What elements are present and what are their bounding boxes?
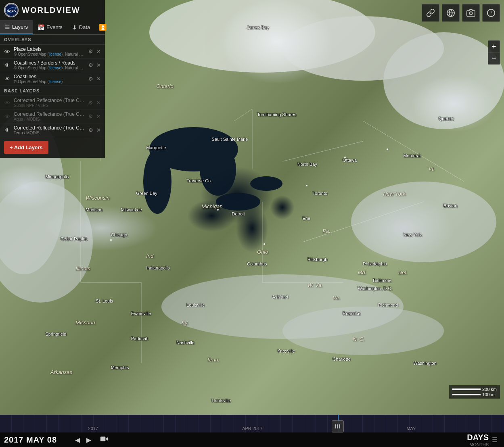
scale-bar-mi-visual [452,394,481,395]
layer-source-place-labels: © OpenStreetMap (license), Natural Earth [14,52,85,56]
layer-actions-coastlines-borders: ⚙ ✕ [88,61,102,69]
info-button[interactable] [482,4,500,22]
layer-source-aqua-modis: Aqua / MODIS [14,117,85,121]
layer-remove-coastlines[interactable]: ✕ [96,75,102,83]
svg-point-35 [469,12,472,15]
data-icon: ⬇ [72,24,77,31]
layer-remove-terra-modis[interactable]: ✕ [96,126,102,134]
svg-rect-39 [335,424,336,428]
svg-line-29 [234,109,252,121]
months-label: MONTHS [469,442,489,447]
layer-info-place-labels: Place Labels © OpenStreetMap (license), … [14,46,85,56]
tab-events-label: Events [46,24,63,30]
layer-settings-coastlines[interactable]: ⚙ [88,75,94,83]
zoom-out-button[interactable]: − [488,52,500,65]
svg-point-19 [0,182,93,303]
svg-point-21 [282,307,444,355]
share-link-button[interactable] [422,4,439,22]
svg-point-17 [351,182,496,262]
visibility-toggle-coastlines-borders[interactable]: 👁 [3,62,11,69]
layer-settings-aqua-modis[interactable]: ⚙ [88,113,94,120]
svg-marker-42 [105,437,108,441]
layer-remove-place-labels[interactable]: ✕ [96,48,102,55]
layer-info-coastlines: Coastlines © OpenStreetMap (license) [14,74,85,84]
snapshot-button[interactable] [462,4,480,22]
timeline-bar[interactable]: 2017 APR 2017 MAY [0,415,504,432]
svg-point-24 [306,185,307,186]
visibility-toggle-place-labels[interactable]: 👁 [3,48,11,55]
layer-settings-place-labels[interactable]: ⚙ [88,48,94,55]
layer-source-viirs: Suomi NPP / VIIRS [14,103,85,108]
scale-km-label: 200 km [482,387,497,392]
add-layers-button[interactable]: + Add Layers [4,141,48,154]
layer-settings-viirs[interactable]: ⚙ [88,99,94,107]
date-navigation: ◀ ▶ [73,435,94,445]
svg-point-1 [143,149,171,214]
layer-settings-coastlines-borders[interactable]: ⚙ [88,61,94,69]
timeline-track [0,415,504,432]
layer-actions-place-labels: ⚙ ✕ [88,48,102,55]
visibility-toggle-coastlines[interactable]: 👁 [3,76,11,82]
svg-point-4 [250,176,282,191]
layer-name-coastlines-borders: Coastlines / Borders / Roads [14,60,85,66]
svg-point-2 [200,143,236,196]
zoom-in-button[interactable]: + [488,40,500,52]
timeline-footer: 2017 MAY 08 ◀ ▶ DAYS MONTHS ☰ [0,432,504,447]
visibility-toggle-viirs[interactable]: 👁 [3,100,11,106]
layer-aqua-modis: 👁 Corrected Reflectance (True Color) Aqu… [0,110,105,123]
visibility-toggle-aqua-modis[interactable]: 👁 [3,113,11,120]
layer-remove-aqua-modis[interactable]: ✕ [96,113,102,120]
scale-bar: 200 km 100 mi [449,385,500,399]
base-layers-header: BASE LAYERS [0,86,105,96]
layer-name-coastlines: Coastlines [14,74,85,79]
timeline-menu-button[interactable]: ☰ [489,435,500,445]
map-projection-button[interactable] [442,4,460,22]
tab-layers[interactable]: ☰ Layers [0,20,33,34]
tab-data[interactable]: ⬇ Data [67,20,95,34]
nasa-logo: NASA [4,3,19,17]
layer-settings-terra-modis[interactable]: ⚙ [88,126,94,134]
layer-actions-terra-modis: ⚙ ✕ [88,126,102,134]
svg-rect-43 [100,437,106,441]
layer-info-viirs: Corrected Reflectance (True Color) Suomi… [14,98,85,108]
date-next-button[interactable]: ▶ [84,435,94,445]
timeline-thumb[interactable] [332,420,344,432]
layer-name-aqua-modis: Corrected Reflectance (True Color) [14,111,85,117]
layer-source-coastlines: © OpenStreetMap (license) [14,79,85,84]
layer-actions-coastlines: ⚙ ✕ [88,75,102,83]
svg-line-12 [363,121,464,182]
layer-info-terra-modis: Corrected Reflectance (True Color) Terra… [14,125,85,135]
layer-coastlines-borders: 👁 Coastlines / Borders / Roads © OpenStr… [0,58,105,72]
layer-actions-viirs: ⚙ ✕ [88,99,102,107]
layer-remove-coastlines-borders[interactable]: ✕ [96,61,102,69]
layer-viirs: 👁 Corrected Reflectance (True Color) Suo… [0,96,105,110]
date-prev-button[interactable]: ◀ [73,435,82,445]
timeline: 2017 APR 2017 MAY 2017 MAY 08 ◀ ▶ DAYS M… [0,415,504,447]
layers-icon: ☰ [5,24,10,30]
svg-point-23 [387,148,388,150]
svg-rect-41 [339,424,340,428]
tab-data-label: Data [79,24,90,30]
date-display: 2017 MAY 08 [4,435,69,445]
layer-name-terra-modis: Corrected Reflectance (True Color) [14,125,85,131]
days-label: DAYS [467,433,489,442]
svg-point-25 [217,209,219,211]
layers-panel: OVERLAYS 👁 Place Labels © OpenStreetMap … [0,35,105,158]
collapse-button[interactable]: ⏫ [95,23,111,31]
events-icon: 📅 [38,24,44,31]
svg-rect-40 [337,424,338,428]
app-title: Worldview [22,6,80,15]
layer-name-viirs: Corrected Reflectance (True Color) [14,98,85,103]
scale-bar-km-visual [452,389,481,390]
visibility-toggle-terra-modis[interactable]: 👁 [3,127,11,134]
animate-button[interactable] [98,434,111,445]
layer-info-aqua-modis: Corrected Reflectance (True Color) Aqua … [14,111,85,121]
layer-info-coastlines-borders: Coastlines / Borders / Roads © OpenStree… [14,60,85,70]
layer-terra-modis: 👁 Corrected Reflectance (True Color) Ter… [0,123,105,137]
zoom-controls: + − [488,40,500,65]
svg-text:NASA: NASA [7,9,16,13]
tab-layers-label: Layers [12,24,28,30]
tab-events[interactable]: 📅 Events [33,20,67,34]
layer-place-labels: 👁 Place Labels © OpenStreetMap (license)… [0,45,105,58]
layer-remove-viirs[interactable]: ✕ [96,99,102,107]
